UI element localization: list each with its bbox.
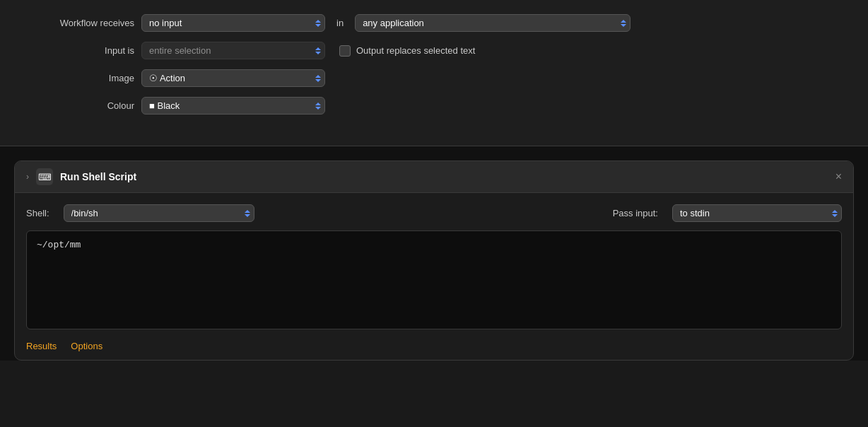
script-textarea[interactable]: ~/opt/mm — [26, 230, 842, 329]
any-application-select[interactable]: any application — [355, 14, 631, 32]
any-application-select-wrapper: any application — [355, 14, 631, 32]
close-button[interactable]: × — [835, 171, 842, 182]
shell-select-wrapper: /bin/sh — [64, 204, 254, 222]
output-replaces-checkbox[interactable] — [339, 45, 351, 57]
shell-label: Shell: — [26, 208, 49, 218]
colour-label: Colour — [21, 100, 134, 111]
output-replaces-wrapper: Output replaces selected text — [339, 45, 475, 57]
input-is-label: Input is — [21, 45, 134, 56]
output-replaces-label: Output replaces selected text — [356, 45, 475, 56]
image-select[interactable]: ☉ Action — [141, 69, 325, 87]
pass-input-select-wrapper: to stdin — [672, 204, 842, 222]
card-header: › ⌨ Run Shell Script × — [15, 161, 853, 193]
collapse-button[interactable]: › — [26, 172, 29, 182]
colour-select-wrapper: ■ Black — [141, 97, 325, 115]
shell-select[interactable]: /bin/sh — [64, 204, 254, 222]
bottom-section: › ⌨ Run Shell Script × Shell: /bin/sh Pa… — [0, 146, 868, 361]
image-row: Image ☉ Action — [21, 69, 847, 87]
results-tab[interactable]: Results — [26, 341, 57, 351]
entire-selection-select[interactable]: entire selection — [141, 42, 325, 59]
pass-input-select[interactable]: to stdin — [672, 204, 842, 222]
workflow-receives-label: Workflow receives — [21, 18, 134, 28]
in-label: in — [336, 18, 344, 28]
entire-selection-select-wrapper: entire selection — [141, 42, 325, 59]
terminal-icon: ⌨ — [36, 168, 53, 185]
options-tab[interactable]: Options — [71, 341, 102, 351]
colour-row: Colour ■ Black — [21, 97, 847, 115]
input-is-row: Input is entire selection Output replace… — [21, 42, 847, 59]
colour-select[interactable]: ■ Black — [141, 97, 325, 115]
image-select-wrapper: ☉ Action — [141, 69, 325, 87]
run-shell-script-card: › ⌨ Run Shell Script × Shell: /bin/sh Pa… — [14, 160, 854, 361]
terminal-glyph: ⌨ — [38, 172, 52, 182]
no-input-select[interactable]: no input — [141, 14, 325, 32]
workflow-receives-row: Workflow receives no input in any applic… — [21, 14, 847, 32]
no-input-select-wrapper: no input — [141, 14, 325, 32]
card-footer: Results Options — [15, 332, 853, 360]
pass-input-label: Pass input: — [613, 208, 658, 218]
card-controls: Shell: /bin/sh Pass input: to stdin — [15, 193, 853, 230]
top-section: Workflow receives no input in any applic… — [0, 0, 868, 146]
image-label: Image — [21, 73, 134, 83]
card-title: Run Shell Script — [60, 171, 828, 182]
